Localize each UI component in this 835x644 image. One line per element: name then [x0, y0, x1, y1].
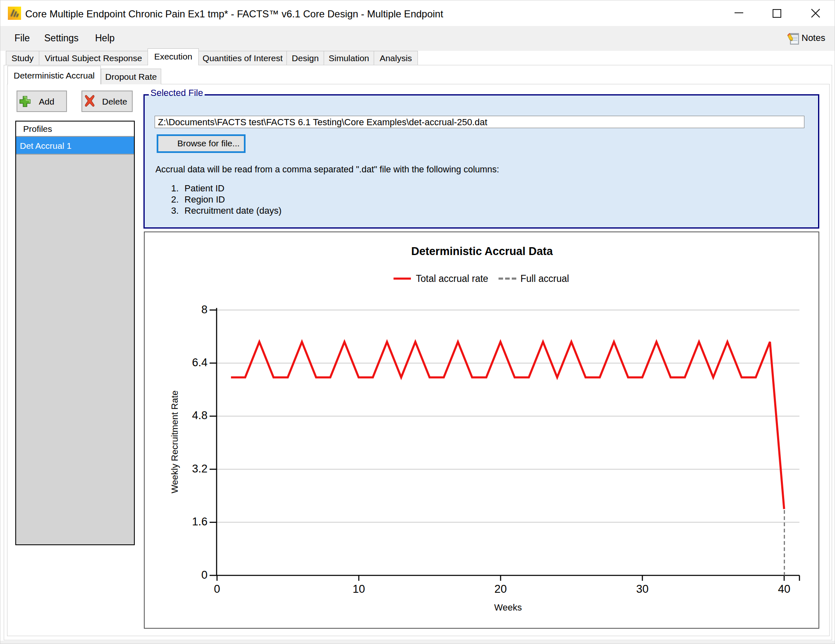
- svg-text:Total accrual rate: Total accrual rate: [416, 273, 488, 284]
- svg-text:8: 8: [201, 303, 208, 316]
- svg-text:30: 30: [636, 583, 649, 595]
- svg-text:Deterministic Accrual Data: Deterministic Accrual Data: [411, 245, 553, 258]
- svg-text:20: 20: [494, 583, 507, 595]
- svg-text:6.4: 6.4: [192, 356, 208, 369]
- svg-text:1.6: 1.6: [192, 515, 208, 528]
- svg-text:10: 10: [353, 583, 365, 595]
- svg-text:3.2: 3.2: [192, 463, 208, 475]
- svg-text:Full accrual: Full accrual: [520, 273, 569, 284]
- svg-text:40: 40: [778, 583, 790, 595]
- svg-text:4.8: 4.8: [192, 409, 208, 422]
- svg-text:Weeks: Weeks: [494, 602, 522, 613]
- svg-text:0: 0: [201, 569, 208, 581]
- svg-text:Weekly Recruitment Rate: Weekly Recruitment Rate: [169, 390, 180, 493]
- svg-text:0: 0: [214, 583, 220, 595]
